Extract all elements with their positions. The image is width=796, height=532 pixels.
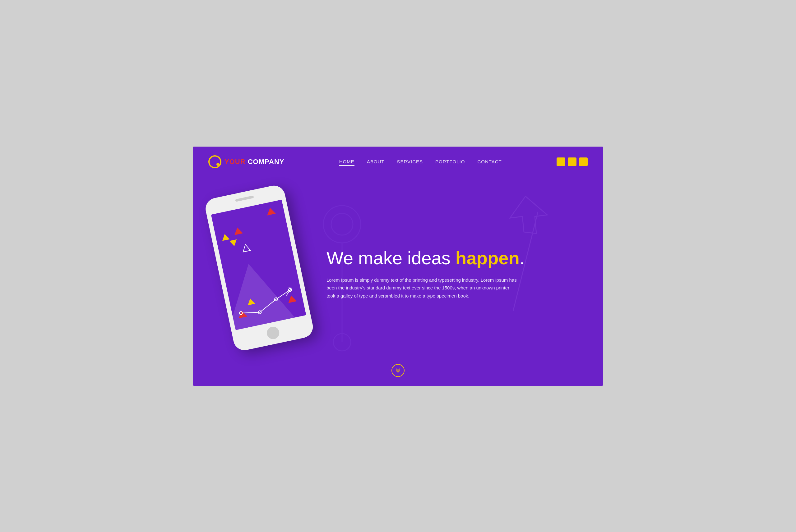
logo: YOUR COMPANY bbox=[208, 155, 285, 168]
phone-home-button bbox=[266, 325, 281, 340]
logo-company: COMPANY bbox=[246, 158, 285, 166]
chevron-double-icon bbox=[395, 367, 401, 374]
page-wrapper: YOUR COMPANY HOME ABOUT SERVICES PORTFOL… bbox=[193, 147, 603, 386]
hero-title-bold: happen bbox=[455, 248, 520, 268]
navbar: YOUR COMPANY HOME ABOUT SERVICES PORTFOL… bbox=[193, 147, 603, 174]
triangle-yellow-1 bbox=[221, 233, 230, 241]
triangle-red-2 bbox=[233, 226, 243, 235]
logo-text: YOUR COMPANY bbox=[224, 158, 285, 166]
hero-description: Lorem Ipsum is simply dummy text of the … bbox=[326, 276, 519, 300]
nav-links: HOME ABOUT SERVICES PORTFOLIO CONTACT bbox=[339, 159, 502, 165]
nav-link-contact[interactable]: CONTACT bbox=[477, 159, 502, 164]
logo-your: YOUR bbox=[224, 158, 246, 166]
logo-icon bbox=[208, 155, 221, 168]
svg-point-2 bbox=[323, 206, 361, 243]
phone-screen bbox=[211, 200, 306, 330]
triangle-red-1 bbox=[266, 207, 276, 215]
hero-section: We make ideas happen. Lorem Ipsum is sim… bbox=[193, 174, 603, 386]
nav-item-contact[interactable]: CONTACT bbox=[477, 159, 502, 165]
hero-title-punct: . bbox=[520, 248, 525, 268]
phone-body bbox=[204, 184, 315, 352]
nav-item-services[interactable]: SERVICES bbox=[397, 159, 423, 165]
triangle-yellow-2 bbox=[230, 239, 238, 247]
hero-title-normal: We make ideas bbox=[326, 248, 455, 268]
svg-marker-6 bbox=[241, 244, 250, 252]
nav-square-2[interactable] bbox=[568, 157, 577, 166]
hero-content: We make ideas happen. Lorem Ipsum is sim… bbox=[326, 248, 525, 300]
nav-link-home[interactable]: HOME bbox=[339, 159, 355, 166]
nav-item-portfolio[interactable]: PORTFOLIO bbox=[435, 159, 465, 165]
svg-marker-1 bbox=[510, 196, 547, 233]
nav-link-services[interactable]: SERVICES bbox=[397, 159, 423, 164]
nav-item-about[interactable]: ABOUT bbox=[367, 159, 385, 165]
nav-link-portfolio[interactable]: PORTFOLIO bbox=[435, 159, 465, 164]
nav-squares bbox=[557, 157, 588, 166]
hero-title: We make ideas happen. bbox=[326, 248, 525, 269]
nav-item-home[interactable]: HOME bbox=[339, 159, 355, 165]
nav-square-3[interactable] bbox=[579, 157, 588, 166]
triangle-outline-svg bbox=[241, 243, 251, 253]
nav-square-1[interactable] bbox=[557, 157, 565, 166]
scroll-indicator[interactable] bbox=[392, 364, 404, 377]
svg-point-3 bbox=[331, 213, 353, 235]
nav-link-about[interactable]: ABOUT bbox=[367, 159, 385, 164]
phone-speaker bbox=[235, 195, 254, 202]
